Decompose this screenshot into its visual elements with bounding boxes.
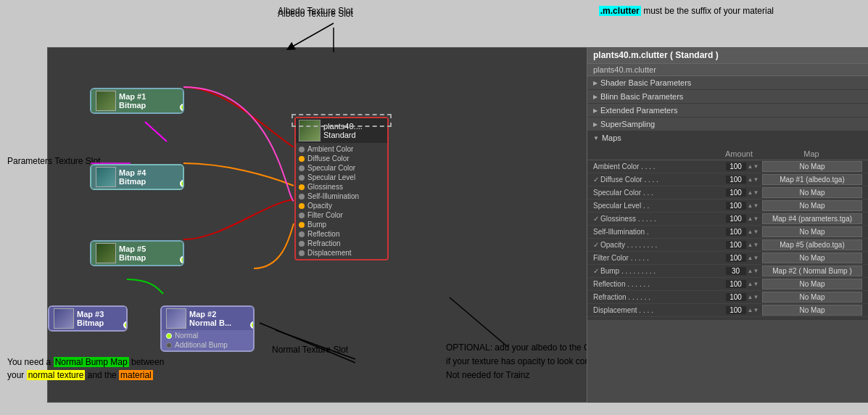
reflection-row-label: Reflection . . . . . . [593, 280, 722, 288]
selfillum-spinner[interactable]: ▲▼ [748, 229, 759, 235]
displacement-val: 100 [726, 306, 746, 314]
opacity-amount[interactable]: 100 ▲▼ [722, 241, 762, 249]
ambient-amount[interactable]: 100 ▲▼ [722, 163, 762, 170]
reflection-label: Reflection [307, 230, 339, 238]
opacity-dot [299, 203, 305, 209]
extended-arrow: ▶ [593, 107, 598, 114]
diffuse-map-btn[interactable]: Map #1 (albedo.tga) [762, 174, 862, 185]
reflection-amount[interactable]: 100 ▲▼ [722, 280, 762, 288]
specular-level-map-btn[interactable]: No Map [762, 200, 862, 211]
selfillum-map-btn[interactable]: No Map [762, 226, 862, 237]
opacity-spinner[interactable]: ▲▼ [748, 242, 759, 248]
displacement-spinner[interactable]: ▲▼ [748, 307, 759, 313]
refraction-dot [299, 241, 305, 247]
material-node[interactable]: plants40.... Standard Ambient Color Diff… [294, 117, 389, 260]
reflection-map-btn[interactable]: No Map [762, 279, 862, 289]
specular-color-spinner[interactable]: ▲▼ [748, 189, 759, 196]
opacity-check: ✓ [593, 241, 599, 249]
slot-ambient: Ambient Color [299, 144, 384, 154]
slot-filter: Filter Color [299, 210, 384, 220]
params-annotation: Parameters Texture Slot [7, 156, 101, 166]
map4-output[interactable] [180, 180, 184, 187]
extended-params-section[interactable]: ▶ Extended Parameters [587, 104, 868, 118]
opacity-map-btn[interactable]: Map #5 (albedo.tga) [762, 239, 862, 250]
bump-spinner[interactable]: ▲▼ [748, 268, 759, 274]
map2-output[interactable] [250, 321, 255, 329]
displacement-map-btn[interactable]: No Map [762, 305, 862, 316]
blinn-basic-params-section[interactable]: ▶ Blinn Basic Parameters [587, 90, 868, 104]
map5-thumb [96, 243, 116, 263]
normal-connector-in[interactable] [166, 333, 172, 339]
map4-title: Map #4 [119, 168, 146, 177]
specular-color-map-btn[interactable]: No Map [762, 187, 862, 198]
diffuse-spinner[interactable]: ▲▼ [748, 176, 759, 183]
map1-title: Map #1 [119, 92, 146, 101]
glossiness-map-btn[interactable]: Map #4 (parameters.tga) [762, 213, 862, 224]
selfillum-amount[interactable]: 100 ▲▼ [722, 228, 762, 236]
specular-level-spinner[interactable]: ▲▼ [748, 202, 759, 209]
map1-header: Map #1 Bitmap [91, 89, 183, 112]
material-header: plants40.... Standard [296, 118, 387, 143]
map2-node[interactable]: Map #2 Normal B... Normal Additional Bum… [160, 305, 255, 352]
map5-output[interactable] [180, 256, 184, 263]
shader-arrow: ▶ [593, 80, 598, 86]
bump-map-btn[interactable]: Map #2 ( Normal Bump ) [762, 266, 862, 276]
blinn-arrow: ▶ [593, 94, 598, 100]
filter-map-btn[interactable]: No Map [762, 252, 862, 263]
specular-color-label: Specular Color [307, 164, 355, 172]
map-row-bump: ✓Bump . . . . . . . . . 30 ▲▼ Map #2 ( N… [587, 265, 868, 278]
albedo-annotation: Albedo Texture Slot [278, 9, 353, 19]
reflection-spinner[interactable]: ▲▼ [748, 281, 759, 287]
normal-slot-text: Normal Texture Slot [272, 345, 348, 355]
glossiness-val: 100 [726, 215, 746, 223]
normal-label: Normal [175, 332, 198, 340]
slot-displacement: Displacement [299, 248, 384, 258]
nbump-line2b: and the [88, 370, 119, 380]
ambient-spinner[interactable]: ▲▼ [748, 163, 759, 170]
bump-dot [299, 222, 305, 228]
map1-sub: Bitmap [119, 101, 146, 110]
map5-node[interactable]: Map #5 Bitmap [90, 240, 184, 266]
displacement-amount[interactable]: 100 ▲▼ [722, 306, 762, 314]
bump-amount[interactable]: 30 ▲▼ [722, 267, 762, 275]
map2-slots: Normal Additional Bump [162, 330, 253, 350]
map3-output[interactable] [123, 321, 128, 329]
diffuse-row-label: ✓Diffuse Color . . . . [593, 176, 722, 184]
map4-node[interactable]: Map #4 Bitmap [90, 164, 184, 190]
specular-color-amount[interactable]: 100 ▲▼ [722, 189, 762, 197]
glossiness-amount[interactable]: 100 ▲▼ [722, 215, 762, 223]
map-row-displacement: Displacement . . . . 100 ▲▼ No Map [587, 304, 868, 317]
maps-col-amount: Amount [717, 149, 761, 158]
material-sub: Standard [323, 131, 363, 139]
specular-level-amount[interactable]: 100 ▲▼ [722, 202, 762, 210]
addl-bump-connector[interactable] [166, 342, 172, 348]
bump-val: 30 [726, 267, 746, 275]
opacity-label: Opacity [307, 202, 332, 210]
supersampling-section[interactable]: ▶ SuperSampling [587, 118, 868, 131]
map5-header: Map #5 Bitmap [91, 242, 183, 265]
refraction-amount[interactable]: 100 ▲▼ [722, 293, 762, 301]
slot-specular-level: Specular Level [299, 173, 384, 182]
extended-label: Extended Parameters [600, 106, 677, 115]
filter-spinner[interactable]: ▲▼ [748, 255, 759, 261]
ambient-map-btn[interactable]: No Map [762, 161, 862, 172]
glossiness-spinner[interactable]: ▲▼ [748, 215, 759, 222]
shader-basic-params-section[interactable]: ▶ Shader Basic Parameters [587, 76, 868, 90]
diffuse-amount[interactable]: 100 ▲▼ [722, 176, 762, 184]
refraction-spinner[interactable]: ▲▼ [748, 294, 759, 300]
ambient-val: 100 [726, 163, 746, 170]
maps-section-header[interactable]: ▼ Maps [587, 131, 868, 145]
map1-node[interactable]: Map #1 Bitmap [90, 88, 184, 114]
maps-col-map: Map [761, 149, 862, 158]
refraction-map-btn[interactable]: No Map [762, 292, 862, 303]
map1-output[interactable] [180, 104, 184, 111]
map-row-filter: Filter Color . . . . . 100 ▲▼ No Map [587, 252, 868, 265]
normal-slot: Normal [166, 332, 249, 340]
map3-thumb [54, 308, 74, 329]
map3-node[interactable]: Map #3 Bitmap [48, 305, 128, 332]
filter-amount[interactable]: 100 ▲▼ [722, 254, 762, 262]
map-row-specular-color: Specular Color . . . 100 ▲▼ No Map [587, 186, 868, 200]
supersampling-label: SuperSampling [600, 120, 655, 128]
material-title: plants40.... [323, 122, 363, 131]
map5-sub: Bitmap [119, 253, 146, 262]
